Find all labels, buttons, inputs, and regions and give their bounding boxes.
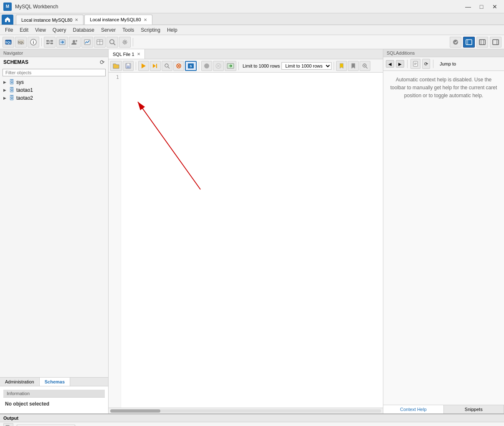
toolbar-users[interactable] — [69, 37, 81, 48]
context-help-content: Automatic context help is disabled. Use … — [383, 71, 504, 405]
menu-scripting[interactable]: Scripting — [137, 25, 164, 35]
right-panel-tabs: Context Help Snippets — [383, 405, 504, 413]
svg-line-21 — [114, 43, 115, 45]
filter-input[interactable] — [3, 69, 106, 76]
tab-2-close[interactable]: ✕ — [144, 18, 147, 22]
tab-2[interactable]: Local instance MySQL80 ✕ — [84, 15, 152, 25]
toolbar-layout-btn-1[interactable] — [463, 37, 475, 48]
toolbar-workbench-preferences[interactable] — [119, 37, 131, 48]
svg-text:SQL: SQL — [5, 41, 12, 44]
toolbar-separator-2 — [133, 38, 133, 46]
sql-zoom-btn[interactable] — [360, 61, 370, 71]
toolbar-import-export[interactable] — [56, 37, 68, 48]
toolbar-settings-icon[interactable] — [450, 37, 461, 48]
svg-point-42 — [204, 63, 209, 68]
toolbar-schema-inspector[interactable] — [106, 37, 118, 48]
tab-2-label: Local instance MySQL80 — [90, 17, 141, 22]
output-header: Output — [0, 414, 504, 422]
tab-context-help[interactable]: Context Help — [383, 405, 444, 413]
minimize-button[interactable]: — — [462, 3, 474, 11]
svg-rect-6 — [46, 40, 49, 42]
nav-tab-schemas[interactable]: Schemas — [40, 378, 70, 386]
toolbar-create-schema[interactable]: SQL — [15, 37, 27, 48]
schemas-refresh-icon[interactable]: ⟳ — [100, 59, 105, 66]
menu-database[interactable]: Database — [70, 25, 98, 35]
tab-1[interactable]: Local instance MySQL80 ✕ — [16, 15, 84, 25]
nav-forward-btn[interactable]: ▶ — [396, 60, 404, 68]
svg-rect-33 — [127, 66, 130, 68]
sql-bookmark-btn[interactable] — [336, 61, 347, 71]
nav-tab-administration[interactable]: Administration — [0, 378, 40, 386]
toolbar-new-connection[interactable]: SQL — [3, 37, 14, 48]
home-tab[interactable] — [2, 15, 13, 25]
tab-1-close[interactable]: ✕ — [75, 18, 78, 22]
expand-icon-sys: ▶ — [3, 80, 8, 84]
toolbar-info[interactable]: i — [28, 37, 39, 48]
sql-rollback-btn[interactable] — [173, 61, 184, 71]
nav-tabs: Administration Schemas — [0, 378, 108, 386]
menu-edit[interactable]: Edit — [16, 25, 32, 35]
sql-stop-btn[interactable] — [201, 61, 212, 71]
maximize-button[interactable]: □ — [476, 3, 487, 11]
svg-text:S: S — [190, 64, 192, 68]
svg-rect-9 — [51, 43, 53, 44]
menu-query[interactable]: Query — [49, 25, 70, 35]
schema-item-taotao2[interactable]: ▶ 🗄 taotao2 — [0, 94, 108, 102]
toolbar-layout-btn-3[interactable] — [490, 37, 501, 48]
window-controls: — □ ✕ — [462, 3, 501, 11]
sql-sep-2 — [199, 62, 199, 70]
toolbar-right — [450, 37, 501, 48]
sql-cancel-btn[interactable] — [213, 61, 224, 71]
sql-sep-3 — [238, 62, 239, 70]
toolbar-layout-btn-2[interactable] — [476, 37, 488, 48]
toolbar-manage-connections[interactable] — [44, 37, 56, 48]
right-panel-nav: ◀ ▶ ⟳ Jump to — [383, 57, 504, 71]
output-copy-btn[interactable] — [3, 423, 13, 426]
sql-open-btn[interactable] — [110, 61, 122, 71]
no-object-label: No object selected — [3, 398, 105, 410]
menu-help[interactable]: Help — [164, 25, 181, 35]
sql-snippets-btn[interactable] — [348, 61, 359, 71]
info-panel: Information No object selected — [0, 386, 108, 413]
menu-tools[interactable]: Tools — [119, 25, 137, 35]
limit-dropdown[interactable]: Don't Limit Limit to 1000 rows Limit to … — [281, 62, 332, 70]
sql-find-btn[interactable] — [162, 61, 172, 71]
sql-save-btn[interactable] — [123, 61, 134, 71]
schema-item-taotao1[interactable]: ▶ 🗄 taotao1 — [0, 86, 108, 94]
sql-reconnect-btn[interactable] — [225, 61, 236, 71]
bottom-left-panel: Administration Schemas Information No ob… — [0, 377, 108, 413]
h-scroll-thumb[interactable] — [110, 409, 160, 413]
schema-item-sys[interactable]: ▶ 🗄 sys — [0, 78, 108, 86]
svg-text:SQL: SQL — [18, 41, 24, 44]
left-panel: Navigator SCHEMAS ⟳ ▶ 🗄 sys ▶ 🗄 taotao1 … — [0, 49, 109, 413]
sql-execute-selection-btn[interactable] — [150, 61, 161, 71]
sql-editor[interactable] — [121, 73, 383, 408]
sql-execute-btn[interactable] — [138, 61, 149, 71]
menu-server[interactable]: Server — [98, 25, 119, 35]
sql-file-tab[interactable]: SQL File 1 ✕ — [109, 49, 145, 59]
h-scrollbar[interactable] — [109, 408, 383, 413]
svg-point-20 — [110, 40, 114, 44]
nav-sep — [407, 60, 408, 68]
schema-icon-taotao2: 🗄 — [9, 95, 15, 101]
svg-line-48 — [366, 67, 367, 68]
nav-refresh-btn[interactable]: ⟳ — [422, 59, 430, 69]
nav-doc-btn[interactable] — [410, 59, 420, 69]
sql-special-btn[interactable]: S — [185, 61, 197, 71]
schema-name-sys: sys — [16, 79, 24, 85]
main-layout: Navigator SCHEMAS ⟳ ▶ 🗄 sys ▶ 🗄 taotao1 … — [0, 49, 504, 413]
close-button[interactable]: ✕ — [489, 3, 501, 11]
menu-file[interactable]: File — [2, 25, 16, 35]
nav-back-btn[interactable]: ◀ — [386, 60, 394, 68]
h-scroll-track — [110, 409, 381, 413]
sql-tab-close[interactable]: ✕ — [137, 52, 140, 56]
toolbar-performance[interactable] — [81, 37, 93, 48]
toolbar-table-data[interactable] — [94, 37, 106, 48]
sql-tab-label: SQL File 1 — [113, 52, 134, 57]
right-panel: SQLAdditions ◀ ▶ ⟳ Jump to Automatic con… — [383, 49, 504, 413]
tab-snippets[interactable]: Snippets — [444, 405, 504, 413]
menu-view[interactable]: View — [32, 25, 49, 35]
title-bar-title: MySQL Workbench — [15, 4, 462, 10]
app-icon: M — [3, 3, 12, 11]
svg-point-22 — [124, 41, 126, 43]
